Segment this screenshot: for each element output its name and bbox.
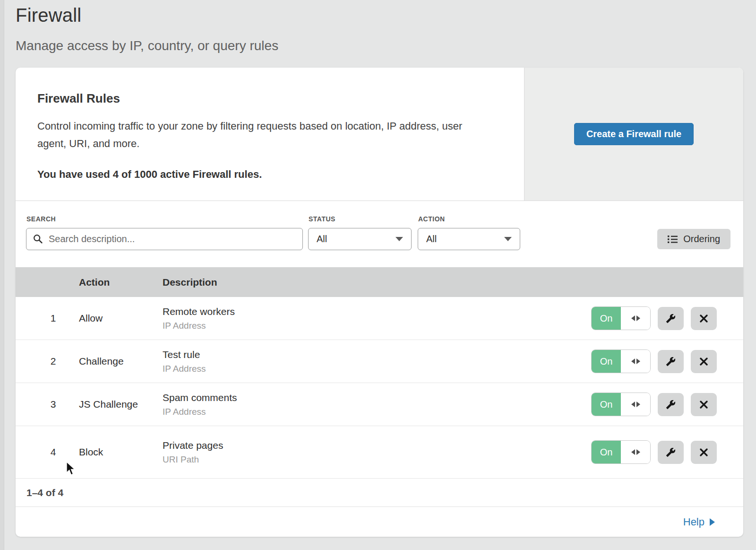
rule-description: Remote workers <box>163 306 591 317</box>
wrench-icon <box>666 400 676 410</box>
toggle-on-label: On <box>592 441 621 463</box>
toggle-on-label: On <box>592 393 621 416</box>
search-label: SEARCH <box>26 215 56 223</box>
rule-description: Spam comments <box>163 392 591 403</box>
status-label: STATUS <box>309 215 335 223</box>
rule-action: Challenge <box>79 356 163 367</box>
rule-controls: On <box>591 393 743 416</box>
toggle-arrows-icon[interactable] <box>621 393 650 416</box>
rule-description-cell: Private pages URI Path <box>163 440 591 465</box>
table-header: Action Description <box>16 267 743 297</box>
filter-bar: SEARCH STATUS ACTION All All <box>16 201 743 267</box>
rule-enabled-toggle[interactable]: On <box>591 393 651 416</box>
edit-rule-button[interactable] <box>658 350 684 373</box>
chevron-down-icon <box>395 237 403 241</box>
wrench-icon <box>666 357 676 367</box>
pagination-row: 1–4 of 4 <box>16 479 743 507</box>
delete-rule-button[interactable] <box>691 350 717 373</box>
rule-match-type: IP Address <box>163 321 591 331</box>
toggle-arrows-icon[interactable] <box>621 350 650 373</box>
rule-priority: 2 <box>16 356 79 367</box>
section-heading: Firewall Rules <box>37 91 505 106</box>
rule-description: Private pages <box>163 440 591 451</box>
section-description: Control incoming traffic to your zone by… <box>37 117 491 152</box>
table-row: 2 Challenge Test rule IP Address On <box>16 340 743 383</box>
rule-priority: 1 <box>16 313 79 324</box>
table-row: 1 Allow Remote workers IP Address On <box>16 297 743 340</box>
rule-match-type: IP Address <box>163 407 591 417</box>
help-row: Help <box>16 507 743 537</box>
action-label: ACTION <box>418 215 445 223</box>
usage-summary: You have used 4 of 1000 active Firewall … <box>37 168 505 181</box>
toggle-on-label: On <box>592 307 621 330</box>
rule-enabled-toggle[interactable]: On <box>591 349 651 373</box>
rule-priority: 4 <box>16 446 79 458</box>
status-select[interactable]: All <box>308 228 412 250</box>
create-firewall-rule-button[interactable]: Create a Firewall rule <box>574 123 694 145</box>
pagination-summary: 1–4 of 4 <box>26 487 63 498</box>
delete-rule-button[interactable] <box>691 393 717 416</box>
rule-action: JS Challenge <box>79 399 163 410</box>
rule-description-cell: Remote workers IP Address <box>163 306 591 331</box>
page-subtitle: Manage access by IP, country, or query r… <box>16 38 278 53</box>
search-input[interactable] <box>26 228 303 250</box>
hero-section: Firewall Rules Control incoming traffic … <box>16 68 743 201</box>
hero-action-panel: Create a Firewall rule <box>524 68 743 201</box>
close-icon <box>699 314 708 323</box>
table-row: 3 JS Challenge Spam comments IP Address … <box>16 383 743 426</box>
description-column-header: Description <box>163 277 743 288</box>
ordering-button[interactable]: Ordering <box>657 229 730 249</box>
rule-enabled-toggle[interactable]: On <box>591 306 651 330</box>
close-icon <box>699 448 708 457</box>
rule-action: Allow <box>79 313 163 324</box>
rule-controls: On <box>591 306 743 330</box>
firewall-rules-card: Firewall Rules Control incoming traffic … <box>16 68 743 537</box>
window-left-edge <box>0 0 4 550</box>
action-select[interactable]: All <box>418 228 520 250</box>
page-header: Firewall Manage access by IP, country, o… <box>16 5 278 53</box>
close-icon <box>699 400 708 409</box>
search-field-wrap <box>26 228 303 250</box>
page-title: Firewall <box>16 5 278 26</box>
toggle-arrows-icon[interactable] <box>621 441 650 463</box>
ordered-list-icon <box>668 235 678 244</box>
wrench-icon <box>666 314 676 323</box>
rule-match-type: URI Path <box>163 454 591 465</box>
help-link-label: Help <box>683 516 704 528</box>
rule-description-cell: Test rule IP Address <box>163 349 591 374</box>
help-arrow-icon <box>710 518 715 526</box>
toggle-on-label: On <box>592 350 621 373</box>
rule-description-cell: Spam comments IP Address <box>163 392 591 417</box>
delete-rule-button[interactable] <box>691 441 717 464</box>
search-icon <box>33 234 43 244</box>
toggle-arrows-icon[interactable] <box>621 307 650 330</box>
wrench-icon <box>666 447 676 457</box>
delete-rule-button[interactable] <box>691 307 717 330</box>
edit-rule-button[interactable] <box>658 441 684 464</box>
ordering-button-label: Ordering <box>683 234 720 244</box>
action-column-header: Action <box>79 277 163 288</box>
table-row: 4 Block Private pages URI Path On <box>16 426 743 479</box>
edit-rule-button[interactable] <box>658 307 684 330</box>
rule-action: Block <box>79 446 163 458</box>
rule-priority: 3 <box>16 399 79 410</box>
chevron-down-icon <box>504 237 512 241</box>
rule-description: Test rule <box>163 349 591 360</box>
rule-enabled-toggle[interactable]: On <box>591 440 651 464</box>
edit-rule-button[interactable] <box>658 393 684 416</box>
rule-controls: On <box>591 349 743 373</box>
status-select-value: All <box>317 234 327 244</box>
action-select-value: All <box>426 234 437 244</box>
rule-controls: On <box>591 440 743 464</box>
close-icon <box>699 357 708 366</box>
hero-text-panel: Firewall Rules Control incoming traffic … <box>16 68 524 201</box>
rule-match-type: IP Address <box>163 364 591 374</box>
help-link[interactable]: Help <box>683 516 715 528</box>
